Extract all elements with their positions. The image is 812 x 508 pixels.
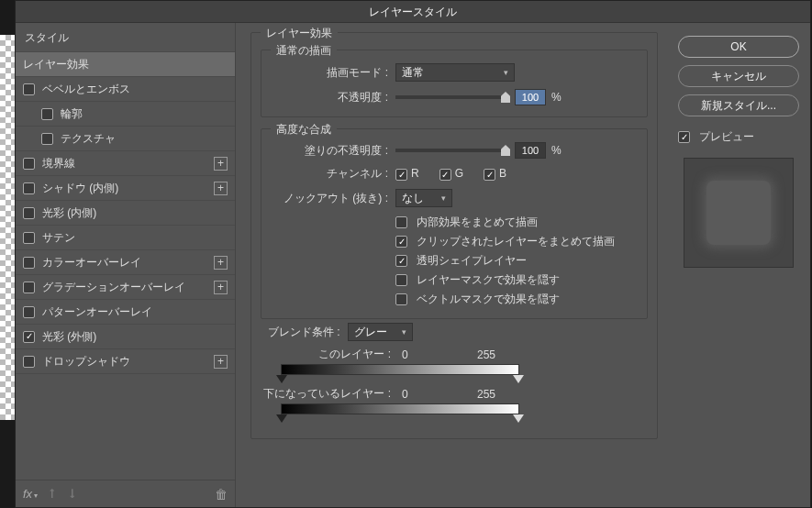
knockout-dropdown[interactable]: なし▾	[395, 189, 452, 207]
this-layer-high: 255	[477, 348, 495, 361]
style-label: 境界線	[42, 156, 210, 171]
add-instance-icon[interactable]: +	[214, 157, 228, 171]
style-checkbox[interactable]	[23, 207, 35, 219]
opacity-label: 不透明度 :	[271, 90, 395, 105]
this-layer-gradient[interactable]	[281, 364, 519, 375]
chevron-down-icon: ▾	[441, 193, 446, 203]
style-row[interactable]: サテン	[16, 226, 235, 250]
blend-mode-label: 描画モード :	[271, 65, 395, 81]
settings-panel: レイヤー効果 通常の描画 描画モード : 通常▾ 不透明度 :	[236, 23, 673, 507]
style-checkbox[interactable]	[23, 331, 35, 343]
advanced-options: 内部効果をまとめて描画クリップされたレイヤーをまとめて描画透明シェイプレイヤーレ…	[395, 215, 638, 307]
chevron-down-icon: ▾	[402, 327, 406, 337]
style-label: 光彩 (内側)	[42, 205, 228, 221]
blend-if-label: ブレンド条件 :	[268, 325, 340, 340]
style-label: レイヤー効果	[23, 57, 228, 72]
style-checkbox[interactable]	[41, 133, 53, 145]
under-layer-low: 0	[402, 388, 477, 401]
under-layer-gradient[interactable]	[281, 403, 519, 414]
add-instance-icon[interactable]: +	[214, 281, 228, 294]
option-row: レイヤーマスクで効果を隠す	[395, 272, 638, 288]
style-label: ベベルとエンボス	[42, 82, 228, 97]
style-label: 光彩 (外側)	[42, 329, 228, 345]
this-layer-low: 0	[402, 348, 477, 361]
trash-icon[interactable]: 🗑	[215, 487, 228, 502]
option-checkbox[interactable]	[395, 216, 407, 228]
under-layer-white-stop[interactable]	[513, 414, 524, 423]
cancel-button[interactable]: キャンセル	[678, 65, 799, 87]
knockout-label: ノックアウト (抜き) :	[271, 191, 395, 206]
style-checkbox[interactable]	[23, 306, 35, 318]
option-label: 透明シェイプレイヤー	[417, 253, 527, 269]
style-row[interactable]: 輪郭	[16, 102, 235, 127]
preview-thumbnail	[684, 158, 794, 268]
add-instance-icon[interactable]: +	[214, 355, 228, 369]
style-checkbox[interactable]	[23, 356, 35, 368]
style-row[interactable]: 光彩 (外側)	[16, 325, 235, 349]
option-checkbox[interactable]	[395, 236, 407, 248]
option-checkbox[interactable]	[395, 274, 407, 286]
style-row[interactable]: パターンオーバーレイ	[16, 300, 235, 325]
style-checkbox[interactable]	[41, 108, 53, 120]
style-label: パターンオーバーレイ	[42, 304, 228, 320]
channel-g-label: G	[455, 167, 463, 180]
style-row[interactable]: 光彩 (内側)	[16, 201, 235, 226]
add-instance-icon[interactable]: +	[214, 182, 228, 195]
fill-opacity-unit: %	[551, 144, 562, 157]
styles-footer: fx▾ 🠕 🠗 🗑	[16, 480, 235, 507]
style-row[interactable]: ベベルとエンボス	[16, 77, 235, 102]
style-label: ドロップシャドウ	[42, 354, 210, 370]
style-checkbox[interactable]	[23, 83, 35, 95]
chevron-down-icon: ▾	[504, 68, 508, 77]
move-down-icon[interactable]: 🠗	[67, 488, 78, 501]
add-instance-icon[interactable]: +	[214, 256, 228, 270]
channel-b-checkbox[interactable]	[484, 169, 495, 181]
style-row[interactable]: 境界線+	[16, 151, 235, 176]
fill-opacity-label: 塗りの不透明度 :	[271, 143, 395, 159]
style-checkbox[interactable]	[23, 282, 35, 293]
style-checkbox[interactable]	[23, 158, 35, 170]
new-style-button[interactable]: 新規スタイル...	[678, 94, 799, 116]
option-row: クリップされたレイヤーをまとめて描画	[395, 234, 638, 249]
style-label: 輪郭	[61, 106, 228, 122]
channels-label: チャンネル :	[271, 166, 395, 182]
layer-effects-legend: レイヤー効果	[261, 26, 338, 41]
opacity-input[interactable]: 100	[515, 89, 546, 105]
style-row[interactable]: グラデーションオーバーレイ+	[16, 275, 235, 300]
opacity-unit: %	[551, 91, 562, 104]
style-label: シャドウ (内側)	[42, 181, 210, 196]
blend-mode-dropdown[interactable]: 通常▾	[395, 63, 515, 82]
style-row[interactable]: シャドウ (内側)+	[16, 176, 235, 201]
style-checkbox[interactable]	[23, 257, 35, 269]
blend-if-group: ブレンド条件 : グレー▾ このレイヤー : 0 255	[261, 323, 648, 414]
blend-if-channel-dropdown[interactable]: グレー▾	[348, 323, 413, 341]
channel-r-checkbox[interactable]	[395, 169, 407, 181]
this-layer-label: このレイヤー :	[261, 347, 402, 362]
style-row[interactable]: レイヤー効果	[16, 52, 235, 77]
option-row: 内部効果をまとめて描画	[395, 215, 638, 230]
fill-opacity-input[interactable]: 100	[515, 142, 546, 159]
style-row[interactable]: カラーオーバーレイ+	[16, 250, 235, 275]
move-up-icon[interactable]: 🠕	[47, 488, 58, 501]
fx-menu[interactable]: fx▾	[23, 487, 38, 501]
channel-r-label: R	[411, 167, 419, 180]
this-layer-white-stop[interactable]	[513, 375, 524, 383]
option-checkbox[interactable]	[395, 255, 407, 267]
option-row: ベクトルマスクで効果を隠す	[395, 292, 638, 307]
ok-button[interactable]: OK	[678, 36, 799, 58]
opacity-slider[interactable]	[395, 95, 506, 99]
style-row[interactable]: ドロップシャドウ+	[16, 349, 235, 374]
style-row[interactable]: テクスチャ	[16, 127, 235, 151]
fill-opacity-slider-thumb[interactable]	[501, 145, 510, 156]
under-layer-black-stop[interactable]	[276, 414, 287, 423]
option-checkbox[interactable]	[395, 293, 407, 305]
this-layer-black-stop[interactable]	[276, 375, 287, 383]
channel-g-checkbox[interactable]	[439, 169, 451, 181]
style-checkbox[interactable]	[23, 182, 35, 194]
fill-opacity-slider[interactable]	[395, 149, 506, 152]
style-checkbox[interactable]	[23, 232, 35, 244]
styles-list: レイヤー効果ベベルとエンボス輪郭テクスチャ境界線+シャドウ (内側)+光彩 (内…	[16, 52, 235, 480]
advanced-blend-group: 高度な合成 塗りの不透明度 : 100 % チャンネル : R G	[261, 128, 648, 319]
opacity-slider-thumb[interactable]	[501, 92, 510, 103]
preview-checkbox[interactable]	[678, 131, 690, 143]
